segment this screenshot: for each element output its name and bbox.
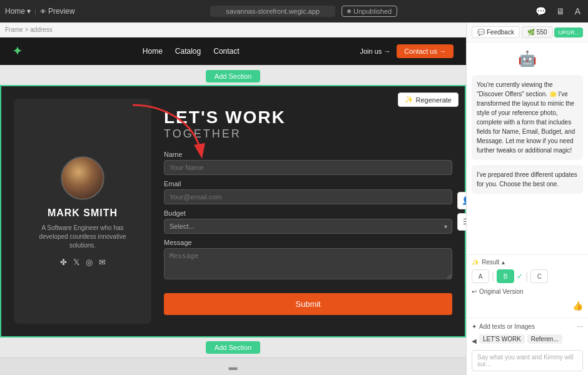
email-input[interactable] xyxy=(164,189,452,204)
status-text: Unpublished xyxy=(353,8,392,15)
url-text: savannas-storefront.wegic.app xyxy=(226,8,320,15)
nav-contact[interactable]: Contact xyxy=(213,47,239,56)
context-tag-label: LET'S WORK xyxy=(483,336,521,342)
divider2: | xyxy=(525,271,528,282)
chat-area: 🤖 You're currently viewing the "Discover… xyxy=(467,42,588,254)
home-label: Home xyxy=(5,7,25,16)
panel-bottom: ✦ Add texts or Images ··· ◀ LET'S WORK R… xyxy=(467,318,588,375)
original-version-button[interactable]: ↩ Original Version xyxy=(472,288,583,295)
sparkle-icon: ✨ xyxy=(472,259,479,266)
message-label: Message xyxy=(164,239,452,246)
chat-placeholder: Say what you want and Kimmy will sur... xyxy=(477,354,573,368)
credits-badge: 🌿 550 xyxy=(522,26,553,38)
heading-main: LET'S WORK xyxy=(164,108,452,128)
budget-field-group: Budget Select... $500 - $1,000 $1,000 - … xyxy=(164,209,452,234)
social-icons: ✤ 𝕏 ◎ ✉ xyxy=(60,258,106,267)
join-us-button[interactable]: Join us → xyxy=(360,48,390,55)
name-label: Name xyxy=(164,151,452,158)
preview-label: Preview xyxy=(48,7,75,16)
left-arrow-icon: ◀ xyxy=(472,338,477,344)
logo-icon: ✦ xyxy=(13,45,22,58)
context-tag: LET'S WORK xyxy=(479,334,525,344)
status-badge: Unpublished xyxy=(342,6,397,17)
status-dot xyxy=(347,9,351,13)
budget-select-wrapper: Select... $500 - $1,000 $1,000 - $5,000 … xyxy=(164,219,452,234)
eye-icon: 👁 xyxy=(40,8,46,15)
grip-icon: ▬ xyxy=(229,362,238,372)
breadcrumb: Frame > address xyxy=(0,22,466,38)
add-section-top-button[interactable]: Add Section xyxy=(206,70,260,82)
budget-label: Budget xyxy=(164,209,452,217)
menu-icon-btn[interactable]: ☰ xyxy=(457,213,466,231)
browser-bar: Home ▾ | 👁 Preview savannas-storefront.w… xyxy=(0,0,588,22)
site-nav-buttons: Join us → Contact us → xyxy=(360,44,454,58)
robot-emoji: 🤖 xyxy=(518,50,537,68)
chat-input[interactable]: Say what you want and Kimmy will sur... xyxy=(472,350,583,371)
preview-button[interactable]: 👁 Preview xyxy=(40,7,75,16)
result-section: ✨ Result ▴ A | B ✓ | C ↩ Original Versio… xyxy=(467,254,588,318)
heading-sub: TOGETHER xyxy=(164,128,452,141)
add-section-top-area: Add Section xyxy=(0,65,466,85)
nav-home[interactable]: Home xyxy=(143,47,163,56)
right-panel: 💬 Feedback 🌿 550 UPGR... 🤖 You're curren… xyxy=(466,22,588,375)
side-actions: 👤 ☰ xyxy=(457,192,466,231)
content-section: ✨ Regenerate MA xyxy=(0,85,466,338)
more-options-button[interactable]: ··· xyxy=(577,322,583,331)
return-icon: ↩ xyxy=(472,288,477,295)
add-section-bottom-button[interactable]: Add Section xyxy=(206,341,260,354)
avatar-image xyxy=(62,158,103,199)
add-content-row: ✦ Add texts or Images ··· xyxy=(472,322,583,331)
heading-area: LET'S WORK TOGETHER xyxy=(164,108,452,141)
option-a[interactable]: A xyxy=(472,269,489,283)
breadcrumb-text: Frame > address xyxy=(5,26,53,33)
divider: | xyxy=(492,271,494,282)
chevron-up-icon: ▴ xyxy=(502,259,505,266)
name-field-group: Name xyxy=(164,151,452,175)
webpage: ✦ Home Catalog Contact Join us → Contact… xyxy=(0,38,466,358)
checkmark-icon: ✓ xyxy=(517,272,523,281)
profile-description: A Software Engineer who has developed co… xyxy=(26,224,139,250)
chevron-down-icon: ▾ xyxy=(27,7,31,16)
person-icon-btn[interactable]: 👤 xyxy=(457,192,466,209)
result-options: A | B ✓ | C xyxy=(472,269,583,283)
add-content-button[interactable]: ✦ Add texts or Images xyxy=(472,323,535,330)
context-ref-tag: Referen... xyxy=(527,334,562,344)
twitter-icon[interactable]: 𝕏 xyxy=(73,258,79,267)
contact-us-button[interactable]: Contact us → xyxy=(397,44,454,58)
thumbs-up-icon[interactable]: 👍 xyxy=(572,301,583,311)
editor-area: Frame > address ✦ Home Catalog Contact J… xyxy=(0,22,466,375)
desktop-icon[interactable]: 🖥 xyxy=(554,5,567,18)
home-button[interactable]: Home ▾ xyxy=(5,7,31,16)
original-version-label: Original Version xyxy=(479,288,524,295)
main-area: Frame > address ✦ Home Catalog Contact J… xyxy=(0,22,588,375)
instagram-icon[interactable]: ◎ xyxy=(86,258,93,267)
upgrade-button[interactable]: UPGR... xyxy=(554,28,583,38)
site-nav-links: Home Catalog Contact xyxy=(143,47,240,56)
dribbble-icon[interactable]: ✤ xyxy=(60,258,67,267)
typography-icon[interactable]: A xyxy=(572,5,583,18)
url-bar[interactable]: savannas-storefront.wegic.app xyxy=(210,6,335,17)
site-logo: ✦ xyxy=(13,44,22,58)
nav-catalog[interactable]: Catalog xyxy=(175,47,201,56)
result-label: Result xyxy=(482,259,499,266)
plus-icon: ✦ xyxy=(472,323,477,330)
option-c[interactable]: C xyxy=(530,269,548,283)
message-input[interactable] xyxy=(164,248,452,279)
submit-button[interactable]: Submit xyxy=(164,293,452,315)
budget-select[interactable]: Select... $500 - $1,000 $1,000 - $5,000 … xyxy=(164,219,452,234)
name-input[interactable] xyxy=(164,160,452,175)
profile-card: MARK SMITH A Software Engineer who has d… xyxy=(14,99,151,324)
email-label: Email xyxy=(164,180,452,188)
feedback-icon: 💬 xyxy=(477,29,485,36)
message-field-group: Message xyxy=(164,239,452,282)
form-area: LET'S WORK TOGETHER Name Email Budget xyxy=(164,99,452,324)
option-b[interactable]: B xyxy=(497,269,514,283)
feedback-button[interactable]: 💬 Feedback xyxy=(472,26,520,38)
mail-icon[interactable]: ✉ xyxy=(99,258,106,267)
chat-icon[interactable]: 💬 xyxy=(533,5,549,18)
bottom-bar: ▬ xyxy=(0,358,466,375)
add-section-bottom-area: Add Section xyxy=(0,338,466,358)
site-nav: ✦ Home Catalog Contact Join us → Contact… xyxy=(0,38,466,65)
credits-amount: 550 xyxy=(537,29,547,36)
robot-avatar: 🤖 xyxy=(516,48,539,70)
